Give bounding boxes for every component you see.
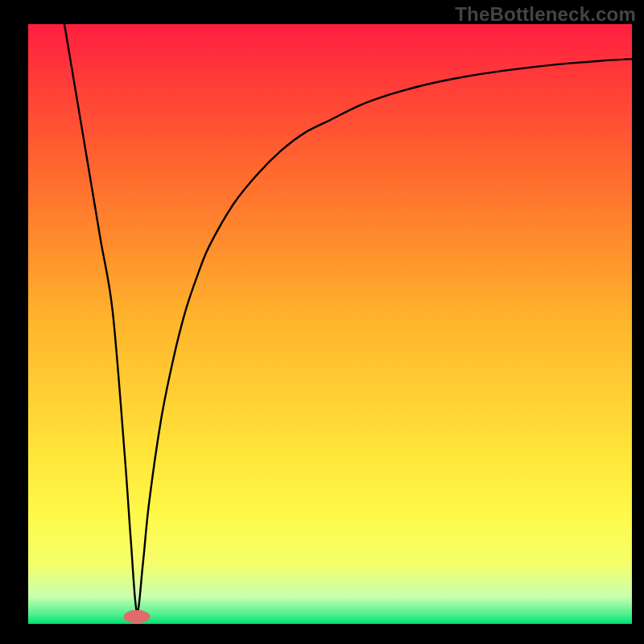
plot-background [28, 24, 632, 624]
chart-frame: TheBottleneck.com [0, 0, 644, 644]
watermark-label: TheBottleneck.com [455, 3, 636, 26]
bottleneck-chart [0, 0, 644, 644]
optimum-marker [124, 610, 151, 623]
